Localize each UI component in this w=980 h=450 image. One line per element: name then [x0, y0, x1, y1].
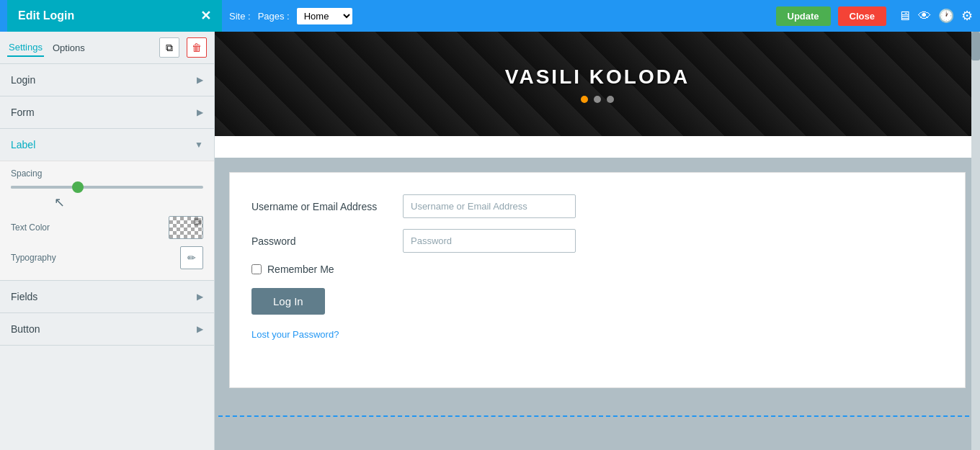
tab-options[interactable]: Options	[51, 40, 86, 56]
hero-dot-1[interactable]	[581, 96, 588, 103]
username-label: Username or Email Address	[251, 201, 396, 212]
accordion-button: Button ▶	[0, 313, 214, 346]
topbar-icons: 🖥 👁 🕐 ⚙	[898, 8, 973, 24]
chevron-right-icon-button: ▶	[197, 324, 203, 334]
close-button[interactable]: Close	[838, 6, 886, 26]
duplicate-icon[interactable]: ⧉	[159, 37, 179, 58]
accordion-button-label: Button	[11, 323, 40, 335]
chevron-right-icon: ▶	[197, 75, 203, 85]
accordion-label-text: Label	[11, 139, 35, 150]
bottom-section	[215, 402, 980, 424]
remember-label: Remember Me	[267, 264, 334, 275]
cursor-area: ↖	[11, 196, 203, 209]
text-color-label: Text Color	[11, 222, 50, 233]
content-area: VASILI KOLODA Username or Email Address …	[215, 32, 980, 450]
hero-dots	[581, 96, 614, 103]
typography-label: Typography	[11, 253, 56, 263]
slider-fill	[11, 186, 78, 189]
accordion-login-label: Login	[11, 74, 35, 86]
topbar: Edit Login ✕ Site : Pages : Home About C…	[0, 0, 980, 32]
right-scrollbar[interactable]	[971, 32, 980, 450]
login-button[interactable]: Log In	[251, 288, 325, 315]
spacing-label: Spacing	[11, 168, 203, 179]
slider-track	[11, 186, 203, 189]
typography-edit-button[interactable]: ✏	[180, 246, 203, 269]
hero-dot-3[interactable]	[607, 96, 614, 103]
color-overlay: ≡	[194, 218, 201, 225]
password-row: Password	[251, 229, 943, 253]
sidebar-tabs: Settings Options ⧉ 🗑	[0, 32, 214, 64]
hero-dot-2[interactable]	[594, 96, 601, 103]
pages-select[interactable]: Home About Contact	[297, 8, 352, 24]
accordion-fields-label: Fields	[11, 291, 37, 302]
accordion-label-header[interactable]: Label ▼	[0, 129, 214, 161]
login-panel: Username or Email Address Password Remem…	[229, 172, 966, 388]
chevron-down-icon: ▼	[195, 140, 203, 150]
accordion-label: Label ▼ Spacing ↖ Text Color	[0, 129, 214, 281]
hero-banner: VASILI KOLODA	[215, 32, 980, 136]
typography-row: Typography ✏	[11, 246, 203, 269]
cursor-pointer-icon: ↖	[54, 194, 65, 210]
accordion-fields: Fields ▶	[0, 281, 214, 313]
scrollbar-thumb[interactable]	[971, 32, 980, 60]
accordion-form-label: Form	[11, 107, 35, 118]
password-input[interactable]	[403, 229, 576, 253]
main-layout: Settings Options ⧉ 🗑 Login ▶ Form ▶ Labe…	[0, 32, 980, 450]
password-label: Password	[251, 235, 396, 247]
spacing-slider-container	[11, 186, 203, 189]
history-icon[interactable]: 🕐	[938, 8, 954, 24]
chevron-right-icon-fields: ▶	[197, 292, 203, 302]
pencil-icon: ✏	[187, 252, 196, 264]
remember-checkbox[interactable]	[251, 264, 262, 274]
chevron-right-icon-form: ▶	[197, 107, 203, 117]
sidebar: Settings Options ⧉ 🗑 Login ▶ Form ▶ Labe…	[0, 32, 215, 450]
topbar-left: Edit Login ✕	[7, 0, 222, 32]
update-button[interactable]: Update	[776, 6, 831, 26]
tab-settings[interactable]: Settings	[7, 39, 44, 57]
dashed-line	[218, 415, 976, 417]
accordion-fields-header[interactable]: Fields ▶	[0, 281, 214, 312]
eye-icon[interactable]: 👁	[918, 9, 931, 24]
accordion-form: Form ▶	[0, 96, 214, 129]
site-label: Site :	[229, 11, 251, 22]
remember-row: Remember Me	[251, 264, 943, 275]
lost-password-link[interactable]: Lost your Password?	[251, 329, 339, 340]
text-color-row: Text Color ≡	[11, 216, 203, 239]
hero-title: VASILI KOLODA	[505, 66, 690, 89]
close-x-button[interactable]: ✕	[200, 8, 211, 24]
accordion-button-header[interactable]: Button ▶	[0, 313, 214, 345]
accordion-login: Login ▶	[0, 64, 214, 96]
delete-icon[interactable]: 🗑	[187, 37, 207, 58]
accordion-login-header[interactable]: Login ▶	[0, 64, 214, 96]
username-input[interactable]	[403, 194, 576, 218]
slider-thumb[interactable]	[72, 181, 84, 193]
text-color-swatch[interactable]: ≡	[169, 216, 203, 239]
sitemap-icon[interactable]: ⚙	[961, 8, 973, 24]
accordion-form-header[interactable]: Form ▶	[0, 96, 214, 128]
label-content: Spacing ↖ Text Color ≡	[0, 161, 214, 280]
pages-label: Pages :	[258, 11, 290, 22]
spacer-area	[215, 136, 980, 158]
edit-login-title: Edit Login	[18, 9, 193, 22]
username-row: Username or Email Address	[251, 194, 943, 218]
desktop-icon[interactable]: 🖥	[898, 9, 911, 24]
